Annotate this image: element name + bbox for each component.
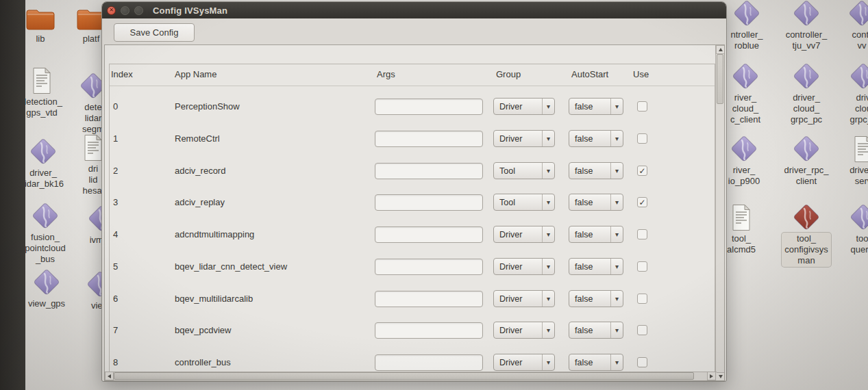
desktop-icon-label: river_ io_p900 [726, 164, 762, 187]
group-select[interactable]: Driver▾ [493, 98, 555, 115]
group-select[interactable]: Driver▾ [493, 226, 555, 243]
group-select-value: Driver [494, 326, 542, 335]
folder-icon [25, 4, 56, 31]
group-select[interactable]: Tool▾ [493, 194, 555, 211]
scroll-down-button[interactable] [716, 372, 725, 381]
desktop-icon[interactable]: tool queryr [825, 204, 868, 256]
autostart-select[interactable]: false▾ [569, 98, 623, 115]
desktop-icon[interactable]: contr vv [823, 0, 868, 52]
chevron-down-icon: ▾ [610, 354, 623, 370]
autostart-select-value: false [569, 166, 610, 176]
titlebar[interactable]: ✕ Config IVSysMan [102, 2, 726, 18]
desktop-icon[interactable]: driver_ serv [825, 135, 868, 187]
index-cell: 0 [113, 94, 118, 119]
app-name-cell: RemoteCtrl [175, 127, 220, 151]
autostart-select[interactable]: false▾ [569, 194, 623, 211]
group-select-value: Driver [494, 262, 542, 272]
chevron-down-icon: ▾ [542, 131, 554, 146]
group-select[interactable]: Driver▾ [493, 290, 555, 307]
horizontal-scrollbar[interactable] [105, 372, 717, 380]
chevron-down-icon: ▾ [610, 163, 623, 179]
chevron-down-icon: ▾ [542, 259, 554, 274]
column-header-autostart: AutoStart [571, 69, 608, 79]
chevron-down-icon: ▾ [542, 226, 554, 242]
group-select-value: Tool [494, 198, 542, 207]
group-select[interactable]: Driver▾ [493, 322, 555, 339]
diamond-icon [30, 203, 60, 230]
check-icon: ✓ [638, 198, 645, 207]
diamond-icon [732, 0, 762, 27]
use-checkbox[interactable] [637, 294, 647, 304]
args-input[interactable] [375, 194, 483, 211]
use-checkbox[interactable] [637, 357, 647, 367]
index-cell: 1 [113, 127, 118, 151]
args-input[interactable] [375, 259, 483, 275]
use-checkbox[interactable]: ✓ [637, 166, 647, 176]
doc-icon [730, 204, 753, 231]
desktop-icon-label: driver_rpc_ client [781, 164, 831, 187]
autostart-select[interactable]: false▾ [569, 162, 623, 179]
diamond-icon [848, 63, 868, 90]
autostart-select[interactable]: false▾ [569, 258, 623, 275]
arrow-right-icon [710, 374, 713, 378]
index-cell: 3 [113, 190, 118, 215]
app-table-panel: Index App Name Args Group AutoStart Use … [104, 44, 725, 381]
desktop-icon-label: contr vv [850, 29, 868, 52]
args-input[interactable] [375, 99, 483, 115]
use-checkbox[interactable] [637, 325, 647, 335]
desktop-icon-label: tool queryr [848, 233, 868, 256]
diamond-icon [791, 0, 821, 27]
desktop-icon-label: platf [80, 33, 103, 45]
close-button[interactable]: ✕ [107, 6, 116, 15]
autostart-select[interactable]: false▾ [569, 354, 623, 371]
scroll-left-button[interactable] [105, 372, 114, 380]
horizontal-scroll-thumb[interactable] [114, 372, 694, 380]
group-select[interactable]: Tool▾ [493, 162, 555, 179]
table-row: 1RemoteCtrlDriver▾false▾ [105, 127, 725, 151]
autostart-select[interactable]: false▾ [569, 290, 623, 307]
scroll-right-button[interactable] [707, 372, 716, 380]
args-input[interactable] [375, 131, 483, 147]
autostart-select[interactable]: false▾ [569, 322, 623, 339]
doc-icon [30, 67, 53, 94]
chevron-down-icon: ▾ [610, 291, 623, 307]
args-input[interactable] [375, 354, 483, 371]
close-icon: ✕ [109, 8, 114, 13]
group-select[interactable]: Driver▾ [493, 130, 555, 147]
use-checkbox[interactable]: ✓ [637, 197, 647, 207]
chevron-down-icon: ▾ [542, 354, 554, 370]
app-name-cell: bqev_multilidarcalib [175, 287, 253, 311]
save-config-button[interactable]: Save Config [114, 23, 195, 42]
use-checkbox[interactable] [637, 133, 647, 144]
table-row: 7bqev_pcdviewDriver▾false▾ [105, 318, 725, 343]
use-checkbox[interactable] [637, 229, 647, 239]
args-input[interactable] [375, 163, 483, 179]
args-input[interactable] [375, 291, 483, 307]
group-select[interactable]: Driver▾ [493, 258, 555, 275]
args-input[interactable] [375, 226, 483, 243]
group-select[interactable]: Driver▾ [493, 354, 555, 371]
desktop-icon-label: lib [33, 33, 47, 45]
desktop-icon-label: tool_ configivsys man [782, 233, 831, 267]
maximize-button[interactable] [134, 6, 143, 15]
vertical-scrollbar[interactable] [715, 45, 724, 381]
diamond-icon [848, 204, 868, 231]
use-checkbox[interactable] [637, 261, 647, 272]
vertical-scroll-thumb[interactable] [717, 54, 723, 104]
autostart-select-value: false [569, 358, 610, 367]
chevron-down-icon: ▾ [542, 163, 554, 179]
chevron-down-icon: ▾ [542, 99, 554, 114]
index-cell: 2 [113, 159, 118, 183]
diamond-icon [730, 63, 760, 90]
use-checkbox[interactable] [637, 101, 647, 112]
autostart-select-value: false [569, 198, 610, 207]
minimize-button[interactable] [121, 6, 129, 15]
desktop-icon-label: ntroller_ roblue [728, 29, 766, 52]
scroll-up-button[interactable] [716, 45, 725, 54]
args-input[interactable] [375, 322, 483, 339]
autostart-select[interactable]: false▾ [569, 130, 623, 147]
desktop-icon[interactable]: driv clou grpc_s [825, 63, 868, 126]
autostart-select[interactable]: false▾ [569, 226, 623, 243]
desktop-icon-label: driver_ cloud_ grpc_pc [788, 92, 825, 126]
chevron-down-icon: ▾ [610, 322, 623, 338]
